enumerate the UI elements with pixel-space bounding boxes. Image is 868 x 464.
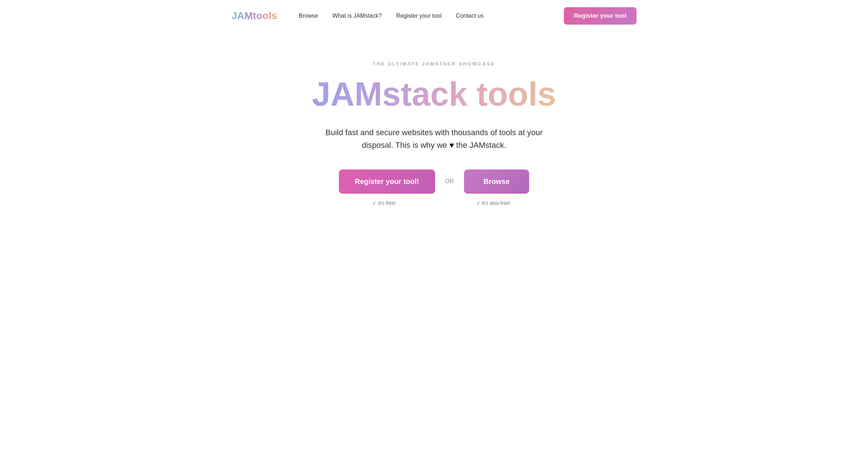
site-logo[interactable]: JAMtools xyxy=(231,10,277,22)
cta-row: Register your tool! OR Browse xyxy=(339,169,529,194)
cta-browse-button[interactable]: Browse xyxy=(464,169,529,194)
hero-heart-icon: ♥ xyxy=(449,141,456,150)
cta-or-label: OR xyxy=(445,178,454,185)
hero-description-text1: Build fast and secure websites with thou… xyxy=(326,128,542,150)
navbar: JAMtools Browse What is JAMstack? Regist… xyxy=(217,0,651,32)
free-secondary-label: ✓ It's also free! xyxy=(461,200,526,206)
nav-register-tool-button[interactable]: Register your tool xyxy=(564,7,637,25)
nav-link-browse[interactable]: Browse xyxy=(299,13,318,19)
nav-links: Browse What is JAMstack? Register your t… xyxy=(299,13,564,19)
hero-description-text2: the JAMstack. xyxy=(456,141,506,150)
nav-link-what-is-jamstack[interactable]: What is JAMstack? xyxy=(332,13,382,19)
hero-subtitle: THE ULTIMATE JAMSTACK SHOWCASE xyxy=(373,61,495,66)
hero-description: Build fast and secure websites with thou… xyxy=(322,126,546,151)
free-primary-label: ✓ It's free! xyxy=(342,200,426,206)
hero-title: JAMstack tools xyxy=(312,77,556,112)
cta-register-tool-button[interactable]: Register your tool! xyxy=(339,169,435,194)
free-labels-row: ✓ It's free! ✓ It's also free! xyxy=(342,200,526,206)
nav-link-register-tool[interactable]: Register your tool xyxy=(396,13,441,19)
nav-link-contact-us[interactable]: Contact us xyxy=(456,13,484,19)
hero-section: THE ULTIMATE JAMSTACK SHOWCASE JAMstack … xyxy=(217,32,651,228)
